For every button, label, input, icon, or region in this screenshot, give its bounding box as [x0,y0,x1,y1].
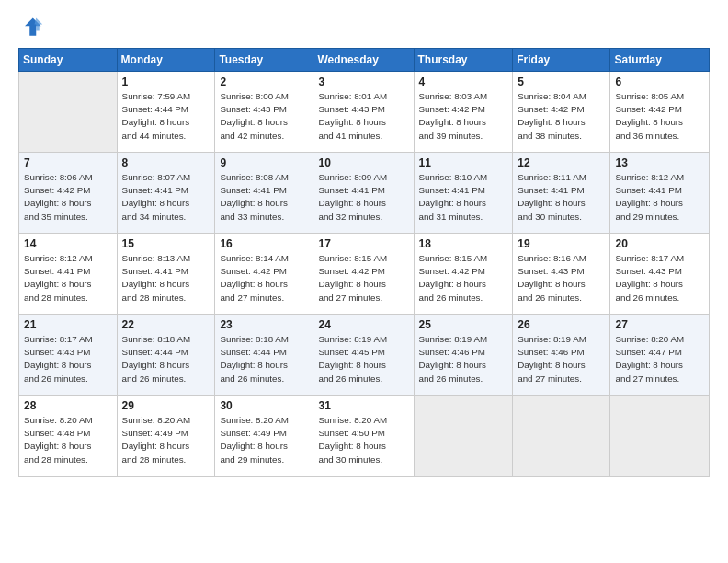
day-number: 17 [318,237,408,250]
day-info: Sunrise: 8:15 AMSunset: 4:42 PMDaylight:… [419,252,508,304]
calendar-cell [513,396,610,477]
calendar-cell: 16Sunrise: 8:14 AMSunset: 4:42 PMDayligh… [215,234,313,315]
day-info: Sunrise: 8:20 AMSunset: 4:49 PMDaylight:… [122,414,210,466]
calendar-cell: 14Sunrise: 8:12 AMSunset: 4:41 PMDayligh… [19,234,118,315]
day-info: Sunrise: 8:17 AMSunset: 4:43 PMDaylight:… [615,252,704,304]
calendar-cell: 3Sunrise: 8:01 AMSunset: 4:43 PMDaylight… [313,72,414,153]
day-header-wednesday: Wednesday [313,49,414,72]
day-info: Sunrise: 8:20 AMSunset: 4:49 PMDaylight:… [220,414,308,466]
day-info: Sunrise: 8:12 AMSunset: 4:41 PMDaylight:… [24,252,112,304]
calendar-cell: 31Sunrise: 8:20 AMSunset: 4:50 PMDayligh… [313,396,414,477]
calendar-cell: 11Sunrise: 8:10 AMSunset: 4:41 PMDayligh… [414,153,513,234]
calendar-week-4: 28Sunrise: 8:20 AMSunset: 4:48 PMDayligh… [19,396,710,477]
day-info: Sunrise: 8:15 AMSunset: 4:42 PMDaylight:… [318,252,408,304]
calendar-cell: 18Sunrise: 8:15 AMSunset: 4:42 PMDayligh… [414,234,513,315]
calendar-cell: 4Sunrise: 8:03 AMSunset: 4:42 PMDaylight… [414,72,513,153]
day-number: 12 [518,156,605,169]
calendar-cell: 26Sunrise: 8:19 AMSunset: 4:46 PMDayligh… [513,315,610,396]
day-number: 1 [122,75,210,88]
day-number: 9 [220,156,308,169]
day-info: Sunrise: 8:18 AMSunset: 4:44 PMDaylight:… [122,333,210,385]
calendar-cell: 23Sunrise: 8:18 AMSunset: 4:44 PMDayligh… [215,315,313,396]
day-info: Sunrise: 8:19 AMSunset: 4:45 PMDaylight:… [318,333,408,385]
day-number: 29 [122,399,210,412]
day-number: 16 [220,237,308,250]
day-number: 5 [518,75,605,88]
day-info: Sunrise: 8:11 AMSunset: 4:41 PMDaylight:… [518,171,605,224]
day-info: Sunrise: 8:03 AMSunset: 4:42 PMDaylight:… [419,90,508,143]
calendar-cell: 6Sunrise: 8:05 AMSunset: 4:42 PMDaylight… [610,72,710,153]
calendar-cell: 1Sunrise: 7:59 AMSunset: 4:44 PMDaylight… [117,72,215,153]
calendar-week-1: 7Sunrise: 8:06 AMSunset: 4:42 PMDaylight… [19,153,710,234]
day-info: Sunrise: 8:20 AMSunset: 4:48 PMDaylight:… [24,414,112,466]
day-info: Sunrise: 8:08 AMSunset: 4:41 PMDaylight:… [220,171,308,224]
day-info: Sunrise: 8:14 AMSunset: 4:42 PMDaylight:… [220,252,308,304]
page: SundayMondayTuesdayWednesdayThursdayFrid… [0,0,728,563]
calendar-cell [610,396,710,477]
calendar-cell [19,72,118,153]
day-info: Sunrise: 8:20 AMSunset: 4:50 PMDaylight:… [318,414,408,466]
day-number: 7 [24,156,112,169]
day-info: Sunrise: 8:17 AMSunset: 4:43 PMDaylight:… [24,333,112,385]
day-number: 13 [615,156,704,169]
day-info: Sunrise: 8:13 AMSunset: 4:41 PMDaylight:… [122,252,210,304]
calendar-cell: 25Sunrise: 8:19 AMSunset: 4:46 PMDayligh… [414,315,513,396]
calendar-week-3: 21Sunrise: 8:17 AMSunset: 4:43 PMDayligh… [19,315,710,396]
calendar-cell: 30Sunrise: 8:20 AMSunset: 4:49 PMDayligh… [215,396,313,477]
calendar-cell: 17Sunrise: 8:15 AMSunset: 4:42 PMDayligh… [313,234,414,315]
day-header-monday: Monday [117,49,215,72]
day-header-saturday: Saturday [610,49,710,72]
day-number: 22 [122,318,210,331]
day-info: Sunrise: 8:19 AMSunset: 4:46 PMDaylight:… [518,333,605,385]
day-info: Sunrise: 8:06 AMSunset: 4:42 PMDaylight:… [24,171,112,224]
calendar-cell: 28Sunrise: 8:20 AMSunset: 4:48 PMDayligh… [19,396,118,477]
logo-icon [18,15,44,40]
calendar-body: 1Sunrise: 7:59 AMSunset: 4:44 PMDaylight… [19,72,710,477]
calendar-cell: 10Sunrise: 8:09 AMSunset: 4:41 PMDayligh… [313,153,414,234]
day-number: 30 [220,399,308,412]
logo [18,15,48,40]
calendar-cell: 7Sunrise: 8:06 AMSunset: 4:42 PMDaylight… [19,153,118,234]
day-number: 24 [318,318,408,331]
calendar-cell [414,396,513,477]
day-number: 6 [615,75,704,88]
header [18,15,710,40]
calendar: SundayMondayTuesdayWednesdayThursdayFrid… [18,48,710,477]
day-number: 18 [419,237,508,250]
day-info: Sunrise: 8:05 AMSunset: 4:42 PMDaylight:… [615,90,704,143]
calendar-week-0: 1Sunrise: 7:59 AMSunset: 4:44 PMDaylight… [19,72,710,153]
day-number: 14 [24,237,112,250]
day-info: Sunrise: 8:18 AMSunset: 4:44 PMDaylight:… [220,333,308,385]
day-number: 11 [419,156,508,169]
day-number: 23 [220,318,308,331]
day-number: 4 [419,75,508,88]
day-info: Sunrise: 8:16 AMSunset: 4:43 PMDaylight:… [518,252,605,304]
calendar-header: SundayMondayTuesdayWednesdayThursdayFrid… [19,49,710,72]
day-header-tuesday: Tuesday [215,49,313,72]
day-info: Sunrise: 8:09 AMSunset: 4:41 PMDaylight:… [318,171,408,224]
day-number: 25 [419,318,508,331]
day-info: Sunrise: 8:20 AMSunset: 4:47 PMDaylight:… [615,333,704,385]
day-number: 31 [318,399,408,412]
calendar-cell: 15Sunrise: 8:13 AMSunset: 4:41 PMDayligh… [117,234,215,315]
calendar-cell: 9Sunrise: 8:08 AMSunset: 4:41 PMDaylight… [215,153,313,234]
calendar-cell: 20Sunrise: 8:17 AMSunset: 4:43 PMDayligh… [610,234,710,315]
calendar-cell: 27Sunrise: 8:20 AMSunset: 4:47 PMDayligh… [610,315,710,396]
day-header-sunday: Sunday [19,49,118,72]
day-number: 19 [518,237,605,250]
day-number: 3 [318,75,408,88]
day-number: 15 [122,237,210,250]
day-info: Sunrise: 8:07 AMSunset: 4:41 PMDaylight:… [122,171,210,224]
day-info: Sunrise: 8:19 AMSunset: 4:46 PMDaylight:… [419,333,508,385]
day-header-friday: Friday [513,49,610,72]
day-number: 28 [24,399,112,412]
day-info: Sunrise: 8:00 AMSunset: 4:43 PMDaylight:… [220,90,308,143]
day-info: Sunrise: 8:01 AMSunset: 4:43 PMDaylight:… [318,90,408,143]
day-number: 26 [518,318,605,331]
day-number: 20 [615,237,704,250]
day-info: Sunrise: 8:12 AMSunset: 4:41 PMDaylight:… [615,171,704,224]
day-number: 21 [24,318,112,331]
day-header-thursday: Thursday [414,49,513,72]
day-info: Sunrise: 7:59 AMSunset: 4:44 PMDaylight:… [122,90,210,143]
calendar-cell: 2Sunrise: 8:00 AMSunset: 4:43 PMDaylight… [215,72,313,153]
